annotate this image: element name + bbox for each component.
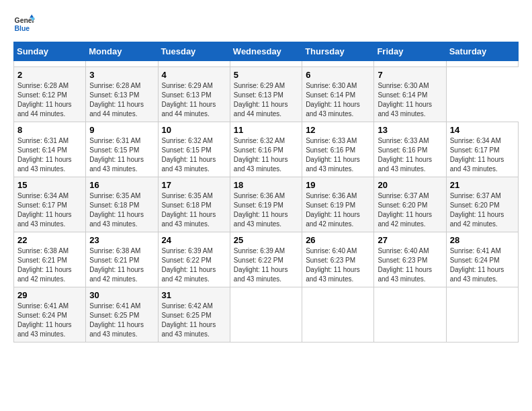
calendar-cell: 19 Sunrise: 6:36 AMSunset: 6:19 PMDaylig…: [302, 177, 374, 232]
calendar-cell: [302, 61, 374, 67]
day-info: Sunrise: 6:34 AMSunset: 6:17 PMDaylight:…: [450, 137, 504, 173]
day-info: Sunrise: 6:35 AMSunset: 6:18 PMDaylight:…: [89, 192, 144, 228]
day-info: Sunrise: 6:36 AMSunset: 6:19 PMDaylight:…: [306, 192, 360, 228]
calendar-cell: 31 Sunrise: 6:42 AMSunset: 6:25 PMDaylig…: [158, 287, 230, 342]
calendar-cell: 4 Sunrise: 6:29 AMSunset: 6:13 PMDayligh…: [158, 67, 230, 122]
day-number: 16: [89, 180, 154, 190]
day-number: 13: [378, 125, 442, 135]
calendar-cell: 27 Sunrise: 6:40 AMSunset: 6:23 PMDaylig…: [374, 232, 446, 287]
day-info: Sunrise: 6:37 AMSunset: 6:20 PMDaylight:…: [378, 192, 432, 228]
calendar-cell: 5 Sunrise: 6:29 AMSunset: 6:13 PMDayligh…: [230, 67, 302, 122]
day-info: Sunrise: 6:32 AMSunset: 6:15 PMDaylight:…: [162, 137, 216, 173]
calendar-week-2: 2 Sunrise: 6:28 AMSunset: 6:12 PMDayligh…: [14, 67, 519, 122]
logo-icon: General Blue: [13, 13, 35, 35]
day-info: Sunrise: 6:36 AMSunset: 6:19 PMDaylight:…: [234, 192, 288, 228]
day-info: Sunrise: 6:33 AMSunset: 6:16 PMDaylight:…: [306, 137, 360, 173]
weekday-header-monday: Monday: [86, 42, 158, 61]
day-number: 14: [450, 125, 515, 135]
day-number: 6: [306, 70, 370, 80]
day-info: Sunrise: 6:41 AMSunset: 6:24 PMDaylight:…: [450, 247, 504, 283]
weekday-header-tuesday: Tuesday: [158, 42, 230, 61]
calendar-cell: 20 Sunrise: 6:37 AMSunset: 6:20 PMDaylig…: [374, 177, 446, 232]
calendar-cell: 12 Sunrise: 6:33 AMSunset: 6:16 PMDaylig…: [302, 122, 374, 177]
day-number: 7: [378, 70, 442, 80]
weekday-header-row: SundayMondayTuesdayWednesdayThursdayFrid…: [14, 42, 519, 61]
weekday-header-saturday: Saturday: [446, 42, 518, 61]
calendar-cell: 28 Sunrise: 6:41 AMSunset: 6:24 PMDaylig…: [446, 232, 518, 287]
calendar-cell: [446, 61, 518, 67]
day-info: Sunrise: 6:29 AMSunset: 6:13 PMDaylight:…: [162, 82, 216, 118]
day-number: 25: [234, 235, 298, 245]
day-info: Sunrise: 6:39 AMSunset: 6:22 PMDaylight:…: [234, 247, 288, 283]
calendar-week-5: 22 Sunrise: 6:38 AMSunset: 6:21 PMDaylig…: [14, 232, 519, 287]
calendar-cell: [230, 61, 302, 67]
day-info: Sunrise: 6:40 AMSunset: 6:23 PMDaylight:…: [306, 247, 360, 283]
calendar-cell: 22 Sunrise: 6:38 AMSunset: 6:21 PMDaylig…: [14, 232, 86, 287]
day-number: 21: [450, 180, 515, 190]
weekday-header-friday: Friday: [374, 42, 446, 61]
day-info: Sunrise: 6:29 AMSunset: 6:13 PMDaylight:…: [234, 82, 288, 118]
day-number: 24: [162, 235, 226, 245]
day-info: Sunrise: 6:38 AMSunset: 6:21 PMDaylight:…: [17, 247, 72, 283]
calendar-cell: 13 Sunrise: 6:33 AMSunset: 6:16 PMDaylig…: [374, 122, 446, 177]
calendar-cell: 3 Sunrise: 6:28 AMSunset: 6:13 PMDayligh…: [86, 67, 158, 122]
logo: General Blue: [13, 13, 35, 35]
calendar-cell: 18 Sunrise: 6:36 AMSunset: 6:19 PMDaylig…: [230, 177, 302, 232]
calendar-cell: [86, 61, 158, 67]
day-number: 22: [17, 235, 82, 245]
calendar-cell: [158, 61, 230, 67]
calendar-week-6: 29 Sunrise: 6:41 AMSunset: 6:24 PMDaylig…: [14, 287, 519, 342]
calendar-week-3: 8 Sunrise: 6:31 AMSunset: 6:14 PMDayligh…: [14, 122, 519, 177]
calendar-cell: 9 Sunrise: 6:31 AMSunset: 6:15 PMDayligh…: [86, 122, 158, 177]
day-number: 19: [306, 180, 370, 190]
svg-marker-2: [30, 15, 34, 18]
weekday-header-thursday: Thursday: [302, 42, 374, 61]
day-number: 30: [89, 290, 154, 300]
day-number: 8: [17, 125, 82, 135]
calendar-cell: 30 Sunrise: 6:41 AMSunset: 6:25 PMDaylig…: [86, 287, 158, 342]
day-info: Sunrise: 6:28 AMSunset: 6:13 PMDaylight:…: [89, 82, 144, 118]
day-number: 28: [450, 235, 515, 245]
day-number: 23: [89, 235, 154, 245]
calendar-cell: [302, 287, 374, 342]
calendar-cell: [230, 287, 302, 342]
calendar-cell: [374, 61, 446, 67]
day-info: Sunrise: 6:32 AMSunset: 6:16 PMDaylight:…: [234, 137, 288, 173]
day-number: 5: [234, 70, 298, 80]
calendar-cell: 10 Sunrise: 6:32 AMSunset: 6:15 PMDaylig…: [158, 122, 230, 177]
day-info: Sunrise: 6:33 AMSunset: 6:16 PMDaylight:…: [378, 137, 432, 173]
day-number: 3: [89, 70, 154, 80]
calendar-cell: 14 Sunrise: 6:34 AMSunset: 6:17 PMDaylig…: [446, 122, 518, 177]
day-info: Sunrise: 6:41 AMSunset: 6:25 PMDaylight:…: [89, 302, 144, 338]
day-number: 12: [306, 125, 370, 135]
day-info: Sunrise: 6:28 AMSunset: 6:12 PMDaylight:…: [17, 82, 72, 118]
calendar-cell: [374, 287, 446, 342]
day-number: 29: [17, 290, 82, 300]
calendar-cell: 21 Sunrise: 6:37 AMSunset: 6:20 PMDaylig…: [446, 177, 518, 232]
day-info: Sunrise: 6:30 AMSunset: 6:14 PMDaylight:…: [306, 82, 360, 118]
day-info: Sunrise: 6:30 AMSunset: 6:14 PMDaylight:…: [378, 82, 432, 118]
day-number: 31: [162, 290, 226, 300]
day-info: Sunrise: 6:40 AMSunset: 6:23 PMDaylight:…: [378, 247, 432, 283]
calendar-cell: 17 Sunrise: 6:35 AMSunset: 6:18 PMDaylig…: [158, 177, 230, 232]
day-info: Sunrise: 6:42 AMSunset: 6:25 PMDaylight:…: [162, 302, 216, 338]
calendar-cell: 29 Sunrise: 6:41 AMSunset: 6:24 PMDaylig…: [14, 287, 86, 342]
page-header: General Blue: [13, 13, 519, 35]
calendar-cell: 25 Sunrise: 6:39 AMSunset: 6:22 PMDaylig…: [230, 232, 302, 287]
calendar-cell: 7 Sunrise: 6:30 AMSunset: 6:14 PMDayligh…: [374, 67, 446, 122]
day-info: Sunrise: 6:31 AMSunset: 6:15 PMDaylight:…: [89, 137, 144, 173]
day-number: 27: [378, 235, 442, 245]
calendar-cell: 8 Sunrise: 6:31 AMSunset: 6:14 PMDayligh…: [14, 122, 86, 177]
calendar-cell: [14, 61, 86, 67]
day-info: Sunrise: 6:38 AMSunset: 6:21 PMDaylight:…: [89, 247, 144, 283]
day-number: 17: [162, 180, 226, 190]
calendar-cell: [446, 287, 518, 342]
day-number: 4: [162, 70, 226, 80]
calendar-cell: 23 Sunrise: 6:38 AMSunset: 6:21 PMDaylig…: [86, 232, 158, 287]
calendar-week-1: [14, 61, 519, 67]
calendar-table: SundayMondayTuesdayWednesdayThursdayFrid…: [13, 42, 519, 342]
day-number: 2: [17, 70, 82, 80]
calendar-cell: 11 Sunrise: 6:32 AMSunset: 6:16 PMDaylig…: [230, 122, 302, 177]
day-number: 11: [234, 125, 298, 135]
day-number: 20: [378, 180, 442, 190]
